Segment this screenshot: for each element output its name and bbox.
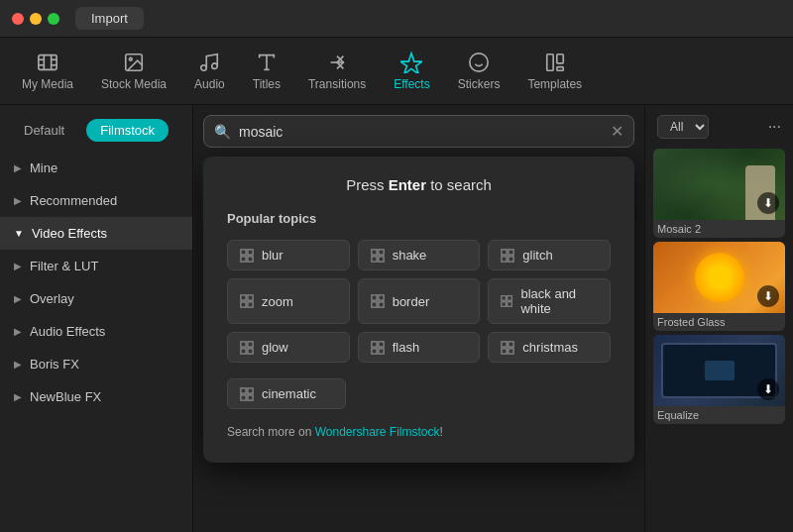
svg-rect-30 — [248, 295, 253, 300]
svg-rect-44 — [248, 348, 253, 353]
sidebar-item-newblue-fx-label: NewBlue FX — [30, 389, 101, 404]
svg-rect-43 — [241, 348, 246, 353]
svg-rect-49 — [502, 341, 507, 346]
sidebar-item-recommended[interactable]: ▶ Recommended — [0, 184, 192, 217]
sidebar-item-boris-fx-label: Boris FX — [30, 357, 79, 372]
minimize-button[interactable] — [30, 13, 42, 25]
sidebar-item-boris-fx[interactable]: ▶ Boris FX — [0, 348, 192, 380]
stickers-icon — [468, 52, 490, 73]
topic-flash[interactable]: flash — [358, 332, 481, 363]
right-thumb-equalize[interactable]: ⬇ Equalize — [653, 335, 785, 424]
grid-icon — [240, 387, 254, 401]
svg-rect-19 — [241, 256, 246, 261]
filter-select[interactable]: All — [657, 115, 709, 139]
close-button[interactable] — [12, 13, 24, 25]
sidebar-item-overlay[interactable]: ▶ Overlay — [0, 282, 192, 315]
chevron-right-icon: ▶ — [14, 326, 22, 337]
grid-icon — [501, 249, 514, 263]
svg-rect-46 — [379, 341, 384, 346]
svg-rect-56 — [248, 394, 253, 399]
search-dropdown: Press Enter to search Popular topics blu… — [203, 157, 634, 463]
topic-christmas[interactable]: christmas — [488, 332, 611, 363]
sidebar-item-mine[interactable]: ▶ Mine — [0, 152, 192, 184]
sidebar-item-filter-lut[interactable]: ▶ Filter & LUT — [0, 250, 192, 282]
svg-rect-47 — [372, 348, 377, 353]
svg-rect-28 — [509, 256, 513, 261]
tab-stickers[interactable]: Stickers — [444, 44, 514, 99]
enter-key: Enter — [389, 176, 426, 193]
tab-transitions-label: Transitions — [308, 77, 366, 91]
stock-icon — [123, 52, 145, 73]
svg-rect-41 — [241, 341, 246, 346]
svg-rect-52 — [509, 348, 513, 353]
grid-icon — [240, 341, 254, 355]
transitions-icon — [326, 52, 348, 73]
right-thumb-mosaic2[interactable]: ⬇ Mosaic 2 — [653, 149, 785, 238]
topic-shake-label: shake — [393, 248, 427, 263]
tab-stock-media[interactable]: Stock Media — [87, 44, 180, 99]
svg-rect-18 — [248, 249, 253, 254]
sidebar-item-newblue-fx[interactable]: ▶ NewBlue FX — [0, 380, 192, 413]
svg-rect-17 — [241, 249, 246, 254]
titlebar: Import — [0, 0, 793, 38]
right-thumb-frosted-glass[interactable]: ⬇ Frosted Glass — [653, 242, 785, 331]
svg-rect-45 — [372, 341, 377, 346]
sidebar: Default Filmstock ▶ Mine ▶ Recommended ▼… — [0, 105, 193, 532]
sidebar-tab-filmstock[interactable]: Filmstock — [86, 119, 169, 142]
templates-icon — [544, 52, 566, 73]
main-layout: Default Filmstock ▶ Mine ▶ Recommended ▼… — [0, 105, 793, 532]
topic-cinematic[interactable]: cinematic — [227, 378, 346, 409]
search-icon: 🔍 — [214, 124, 231, 140]
audio-icon — [198, 52, 220, 73]
tab-effects-label: Effects — [394, 77, 429, 91]
tab-my-media-label: My Media — [22, 77, 73, 91]
svg-rect-22 — [379, 249, 384, 254]
sidebar-item-audio-effects[interactable]: ▶ Audio Effects — [0, 315, 192, 348]
topic-glitch[interactable]: glitch — [488, 240, 611, 270]
tab-my-media[interactable]: My Media — [8, 44, 87, 99]
download-button-mosaic2[interactable]: ⬇ — [757, 192, 779, 214]
sidebar-item-video-effects[interactable]: ▼ Video Effects — [0, 217, 192, 250]
download-button-equalize[interactable]: ⬇ — [757, 378, 779, 400]
more-options-button[interactable]: ··· — [768, 118, 781, 136]
svg-rect-48 — [379, 348, 384, 353]
grid-icon — [501, 294, 512, 308]
search-input[interactable] — [239, 124, 603, 140]
search-bar: 🔍 ✕ — [203, 115, 634, 148]
topic-zoom[interactable]: zoom — [227, 278, 350, 324]
maximize-button[interactable] — [48, 13, 59, 25]
sidebar-tab-default[interactable]: Default — [10, 119, 78, 142]
download-button-frosted-glass[interactable]: ⬇ — [757, 285, 779, 307]
tab-audio[interactable]: Audio — [180, 44, 239, 99]
topic-glow[interactable]: glow — [227, 332, 350, 363]
sidebar-item-audio-effects-label: Audio Effects — [30, 324, 105, 339]
grid-icon — [371, 249, 385, 263]
tab-titles[interactable]: Titles — [239, 44, 294, 99]
svg-rect-36 — [379, 302, 384, 307]
right-panel-item-frosted-glass: ⬇ Frosted Glass — [653, 242, 785, 331]
tab-stickers-label: Stickers — [458, 77, 501, 91]
topic-christmas-label: christmas — [522, 340, 578, 355]
topic-shake[interactable]: shake — [358, 240, 481, 270]
topic-cinematic-label: cinematic — [262, 386, 316, 401]
tab-effects[interactable]: Effects — [380, 44, 443, 99]
svg-rect-29 — [241, 295, 246, 300]
import-button[interactable]: Import — [75, 7, 144, 30]
tab-transitions[interactable]: Transitions — [294, 44, 380, 99]
search-bar-wrap: 🔍 ✕ — [193, 105, 644, 148]
topic-blur[interactable]: blur — [227, 240, 350, 270]
tab-audio-label: Audio — [194, 77, 225, 91]
topic-black-and-white[interactable]: black and white — [488, 278, 611, 324]
svg-rect-50 — [509, 341, 513, 346]
sidebar-item-mine-label: Mine — [30, 160, 57, 175]
enter-hint-suffix: to search — [426, 176, 492, 193]
filmstock-link[interactable]: Wondershare Filmstock — [315, 425, 440, 439]
clear-icon[interactable]: ✕ — [611, 122, 623, 141]
svg-rect-40 — [508, 302, 512, 307]
svg-rect-51 — [502, 348, 507, 353]
chevron-right-icon: ▶ — [14, 195, 22, 206]
sidebar-item-filter-lut-label: Filter & LUT — [30, 259, 98, 273]
sidebar-item-recommended-label: Recommended — [30, 193, 117, 208]
topic-border[interactable]: border — [358, 278, 481, 324]
tab-templates[interactable]: Templates — [513, 44, 596, 99]
